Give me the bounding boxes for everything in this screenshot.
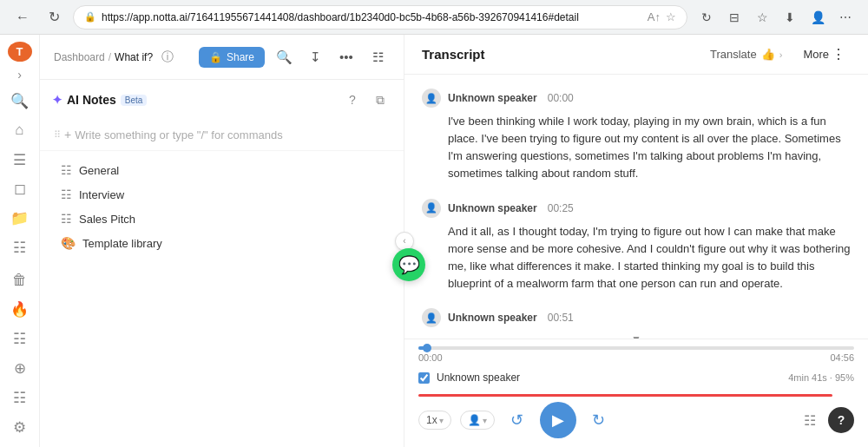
translate-button[interactable]: Translate 👍 › [710, 48, 782, 61]
sidebar-item-settings[interactable]: ⚙ [5, 415, 35, 439]
back-button[interactable]: ← [10, 5, 35, 30]
speaker-filter-label: Unknown speaker [437, 371, 520, 384]
whatsapp-icon: 💬 [398, 254, 420, 275]
settings-icon: ⚙ [13, 418, 26, 437]
download-icon: ↧ [310, 49, 321, 65]
more-dots-icon: ⋮ [832, 46, 845, 62]
speaker-stats: 4min 41s · 95% [788, 372, 854, 383]
transcript-block-3: 👤 Unknown speaker 00:51 ▼ [422, 308, 851, 339]
chevron-down-icon-2: ▾ [483, 416, 487, 425]
profile-icon[interactable]: 👤 [806, 5, 830, 30]
download-icon[interactable]: ⬇ [778, 5, 802, 30]
chevron-left-icon: ‹ [403, 236, 405, 246]
search-icon: 🔍 [10, 92, 29, 110]
transcript-title: Transcript [422, 47, 485, 62]
breadcrumb-parent[interactable]: Dashboard [54, 51, 105, 63]
notes-input[interactable]: Write something or type "/" for commands [75, 127, 390, 143]
sparkle-icon: ✦ [52, 93, 62, 107]
info-button[interactable]: ⓘ [156, 46, 179, 69]
app-container: T › 🔍 ⌂ ☰ ◻ 📁 ☷ 🗑 🔥 ☷ ⊕ [0, 35, 868, 447]
panel-toggle-button[interactable]: ☷ [365, 45, 390, 69]
sidebar-item-location[interactable]: ⊕ [5, 357, 35, 381]
reader-icon[interactable]: ⊟ [722, 5, 746, 30]
collapse-panel-button[interactable]: ‹ [395, 232, 414, 251]
reload-button[interactable]: ↻ [42, 5, 66, 30]
transcript-more-button[interactable]: More ⋮ [798, 43, 851, 66]
caption-button[interactable]: ☷ [797, 407, 823, 433]
sidebar-item-apps[interactable]: ☷ [5, 385, 35, 410]
browser-chrome: ← ↻ 🔒 https://app.notta.ai/7164119556714… [0, 0, 868, 35]
caption-icon: ☷ [804, 412, 816, 429]
avatar[interactable]: T [8, 42, 32, 62]
transcript-block-2: 👤 Unknown speaker 00:25 And it all, as I… [422, 199, 851, 293]
refresh-icon[interactable]: ↻ [694, 5, 719, 30]
whatsapp-button[interactable]: 💬 [392, 248, 425, 281]
drag-handle[interactable]: ⠿ [54, 129, 61, 141]
question-mark-icon: ? [838, 413, 845, 427]
layout-icon: ☷ [13, 330, 26, 348]
sidebar-item-home[interactable]: ⌂ [5, 119, 35, 143]
recordings-icon: ◻ [14, 180, 26, 198]
bookmark-icon[interactable]: ☆ [750, 5, 774, 30]
speed-label: 1x [426, 414, 437, 426]
template-item-template-library[interactable]: 🎨 Template library [40, 231, 404, 255]
sidebar-item-integration[interactable]: ☷ [5, 236, 35, 260]
current-time: 00:00 [418, 352, 443, 363]
speaker-line-2: 👤 Unknown speaker 00:25 [422, 199, 851, 218]
sidebar-item-activity[interactable]: 🔥 [5, 298, 35, 322]
sidebar-item-notes[interactable]: ☰ [5, 148, 35, 172]
more-options-button[interactable]: ••• [334, 45, 358, 69]
player-right-controls: ☷ ? [797, 407, 854, 433]
breadcrumb-current: What if? [115, 51, 153, 63]
sidebar-item-search[interactable]: 🔍 [5, 89, 35, 114]
url-text: https://app.notta.ai/716411955671441408/… [102, 11, 642, 23]
speaker-line-1: 👤 Unknown speaker 00:00 [422, 89, 851, 108]
notes-panel: Dashboard / What if? ⓘ 🔒 Share 🔍 ↧ ••• [40, 35, 404, 447]
speaker-name-1: Unknown speaker [448, 92, 537, 104]
play-button[interactable]: ▶ [540, 402, 576, 438]
speaker-progress-bar [418, 394, 832, 397]
progress-bar[interactable] [418, 346, 854, 350]
chevron-down-icon: ▾ [439, 416, 444, 425]
help-button[interactable]: ? [828, 407, 854, 433]
template-item-interview[interactable]: ☷ Interview [40, 182, 404, 207]
folder-icon: 📁 [10, 209, 29, 227]
speaker-time-2: 00:25 [548, 202, 574, 214]
download-button[interactable]: ↧ [303, 45, 327, 69]
template-item-sales-pitch[interactable]: ☷ Sales Pitch [40, 207, 404, 231]
apps-icon: ☷ [13, 389, 26, 407]
transcript-body: 👤 Unknown speaker 00:00 I've been thinki… [404, 75, 868, 339]
copy-icon: ⧉ [376, 93, 385, 108]
help-notes-button[interactable]: ? [341, 89, 364, 111]
drag-handle-row: ⠿ + Write something or type "/" for comm… [54, 127, 390, 143]
expand-sidebar-button[interactable]: › [8, 65, 32, 85]
forward-button[interactable]: ↻ [585, 406, 613, 434]
speaker-select-button[interactable]: 👤 ▾ [460, 411, 495, 430]
add-block-button[interactable]: + [64, 128, 71, 141]
more-label: More [803, 48, 829, 61]
template-item-general[interactable]: ☷ General [40, 158, 404, 182]
transcript-text-2: And it all, as I thought today, I'm tryi… [448, 223, 851, 293]
search-icon: 🔍 [276, 49, 293, 65]
share-button[interactable]: 🔒 Share [199, 47, 265, 68]
transcript-block-1: 👤 Unknown speaker 00:00 I've been thinki… [422, 89, 851, 183]
ai-notes-title: ✦ AI Notes Beta [52, 93, 147, 107]
notes-editor-area: ⠿ + Write something or type "/" for comm… [40, 120, 404, 151]
fire-icon: 🔥 [10, 300, 29, 319]
notes-header-icons: ? ⧉ [341, 89, 391, 111]
sidebar-item-folders[interactable]: 📁 [5, 207, 35, 231]
search-button[interactable]: 🔍 [272, 45, 296, 69]
rewind-button[interactable]: ↺ [503, 406, 531, 434]
copy-notes-button[interactable]: ⧉ [369, 89, 391, 111]
sidebar-item-recordings[interactable]: ◻ [5, 177, 35, 201]
sidebar-item-trash[interactable]: 🗑 [5, 268, 35, 293]
progress-dot [423, 344, 431, 352]
speed-button[interactable]: 1x ▾ [418, 411, 451, 430]
extension-icon[interactable]: ⋯ [833, 5, 858, 30]
sidebar-item-grid[interactable]: ☷ [5, 327, 35, 352]
time-labels: 00:00 04:56 [418, 352, 854, 363]
translate-label: Translate [710, 48, 757, 61]
speaker-checkbox[interactable] [418, 372, 430, 384]
address-bar[interactable]: 🔒 https://app.notta.ai/71641195567144140… [73, 5, 687, 30]
notes-icon: ☰ [13, 151, 26, 169]
